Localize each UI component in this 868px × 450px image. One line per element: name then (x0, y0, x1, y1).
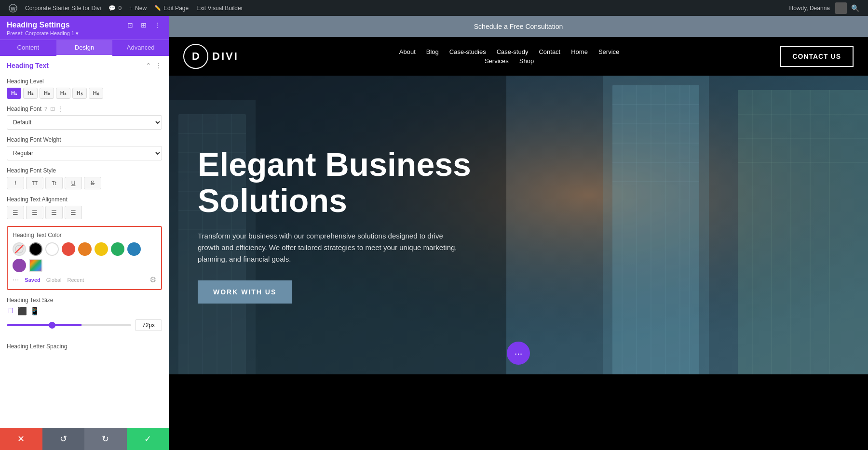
font-help-icon[interactable]: ? (44, 106, 47, 112)
redo-button[interactable]: ↻ (84, 428, 127, 450)
font-more-icon[interactable]: ⋮ (58, 106, 64, 112)
align-right-btn[interactable]: ☰ (45, 206, 63, 219)
undo-button[interactable]: ↺ (42, 428, 85, 450)
contact-us-button[interactable]: CONTACT US (780, 46, 854, 67)
edit-page-link[interactable]: ✏️ Edit Page (150, 0, 192, 16)
heading-letter-spacing-label: Heading Letter Spacing (7, 343, 162, 350)
color-tab-recent[interactable]: Recent (68, 277, 84, 283)
hero-cta-button[interactable]: WORK WITH US (198, 280, 292, 304)
desktop-icon[interactable]: 🖥 (7, 306, 14, 316)
heading-h5-btn[interactable]: H₅ (72, 88, 87, 99)
color-swatch-orange[interactable] (78, 242, 92, 256)
nav-case-studies[interactable]: Case-studies (449, 48, 486, 55)
font-copy-icon[interactable]: ⊡ (50, 106, 55, 112)
more-colors-btn[interactable]: ··· (13, 276, 19, 284)
panel-body: Heading Text ⌃ ⋮ Heading Level H₁ H₂ H₃ … (0, 56, 169, 428)
main-layout: Heading Settings ⊡ ⊞ ⋮ Preset: Corporate… (0, 16, 868, 450)
nav-top-row: About Blog Case-studies Case-study Conta… (399, 48, 620, 55)
color-swatch-black[interactable] (29, 242, 42, 256)
cancel-button[interactable]: ✕ (0, 428, 42, 450)
text-size-slider[interactable] (7, 324, 131, 326)
mobile-icon[interactable]: 📱 (30, 306, 40, 316)
nav-blog[interactable]: Blog (426, 48, 439, 55)
heading-text-size-label: Heading Text Size (7, 297, 162, 304)
color-swatch-green[interactable] (111, 242, 124, 256)
uppercase-btn[interactable]: TT (26, 177, 43, 189)
color-swatch-yellow[interactable] (95, 242, 108, 256)
tab-design[interactable]: Design (56, 40, 113, 56)
site-banner: Schedule a Free Consultation (169, 16, 868, 37)
color-tabs: ··· Saved Global Recent ⚙ (13, 275, 156, 284)
color-swatch-red[interactable] (62, 242, 75, 256)
website-preview: Schedule a Free Consultation D DIVI Abou… (169, 16, 868, 450)
nav-shop[interactable]: Shop (519, 57, 534, 65)
heading-text-color-section: Heading Text Color (7, 226, 162, 290)
nav-contact[interactable]: Contact (539, 48, 560, 55)
nav-service[interactable]: Service (598, 48, 619, 55)
nav-services[interactable]: Services (485, 57, 509, 65)
svg-text:W: W (11, 5, 16, 11)
layout-icon[interactable]: ⊞ (139, 21, 149, 29)
heading-font-row: Heading Font ? ⊡ ⋮ Default Arial Georgia (7, 106, 162, 130)
tab-advanced[interactable]: Advanced (112, 40, 169, 56)
hero-content: Elegant Business Solutions Transform you… (169, 118, 500, 332)
tab-content[interactable]: Content (0, 40, 56, 56)
heading-h6-btn[interactable]: H₆ (89, 88, 103, 99)
align-justify-btn[interactable]: ☰ (65, 206, 82, 219)
heading-h1-btn[interactable]: H₁ (7, 88, 21, 99)
text-size-input[interactable]: 72px (135, 319, 162, 331)
nav-case-study[interactable]: Case-study (497, 48, 529, 55)
exit-builder-link[interactable]: Exit Visual Builder (192, 0, 247, 16)
capitalize-btn[interactable]: Tt (45, 177, 63, 189)
panel-title: Heading Settings (7, 21, 70, 29)
comments-link[interactable]: 💬 0 (105, 0, 125, 16)
floating-dots-button[interactable]: ··· (507, 342, 530, 365)
heading-h4-btn[interactable]: H₄ (56, 88, 70, 99)
search-panel-icon[interactable]: ⊡ (125, 21, 135, 29)
section-heading: Heading Text ⌃ ⋮ (7, 62, 162, 72)
panel-tabs: Content Design Advanced (0, 40, 169, 56)
align-center-btn[interactable]: ☰ (26, 206, 43, 219)
hero-title: Elegant Business Solutions (198, 146, 471, 219)
nav-home[interactable]: Home (571, 48, 588, 55)
color-settings-gear-icon[interactable]: ⚙ (149, 275, 156, 284)
heading-font-label: Heading Font ? ⊡ ⋮ (7, 106, 162, 112)
preset-label[interactable]: Preset: Corporate Heading 1 ▾ (7, 30, 162, 37)
heading-h2-btn[interactable]: H₂ (23, 88, 38, 99)
divider (7, 338, 162, 338)
hero-section: Elegant Business Solutions Transform you… (169, 76, 868, 374)
nav-links: About Blog Case-studies Case-study Conta… (399, 48, 620, 65)
italic-btn[interactable]: I (7, 177, 24, 189)
comment-icon: 💬 (108, 5, 116, 12)
admin-bar: W Corporate Starter Site for Divi 💬 0 + … (0, 0, 868, 16)
color-swatch-blue[interactable] (127, 242, 141, 256)
nav-about[interactable]: About (399, 48, 416, 55)
color-tab-saved[interactable]: Saved (25, 277, 40, 283)
color-swatch-purple[interactable] (13, 259, 26, 272)
wp-logo-icon[interactable]: W (5, 0, 21, 16)
svg-point-3 (15, 245, 23, 253)
new-content-link[interactable]: + New (125, 0, 150, 16)
save-button[interactable]: ✓ (127, 428, 169, 450)
underline-btn[interactable]: U (65, 177, 82, 189)
strikethrough-btn[interactable]: S (84, 177, 101, 189)
more-options-icon[interactable]: ⋮ (152, 21, 162, 29)
content-area: Schedule a Free Consultation D DIVI Abou… (169, 16, 868, 450)
svg-rect-31 (738, 90, 868, 374)
tablet-icon[interactable]: ⬛ (17, 306, 27, 316)
panel-header-icons: ⊡ ⊞ ⋮ (125, 21, 162, 29)
color-tab-global[interactable]: Global (46, 277, 62, 283)
color-swatch-white[interactable] (45, 242, 59, 256)
heading-font-style-label: Heading Font Style (7, 167, 162, 174)
heading-font-weight-select[interactable]: Regular Bold Light (7, 146, 162, 160)
collapse-icon[interactable]: ⌃ (146, 62, 151, 69)
align-left-btn[interactable]: ☰ (7, 206, 24, 219)
color-swatch-custom[interactable] (29, 259, 42, 272)
section-more-icon[interactable]: ⋮ (155, 62, 162, 69)
color-swatch-transparent[interactable] (13, 242, 26, 256)
site-name-link[interactable]: Corporate Starter Site for Divi (21, 0, 105, 16)
heading-font-weight-label: Heading Font Weight (7, 136, 162, 143)
settings-panel: Heading Settings ⊡ ⊞ ⋮ Preset: Corporate… (0, 16, 169, 450)
heading-h3-btn[interactable]: H₃ (40, 88, 54, 99)
heading-font-select[interactable]: Default Arial Georgia (7, 115, 162, 130)
